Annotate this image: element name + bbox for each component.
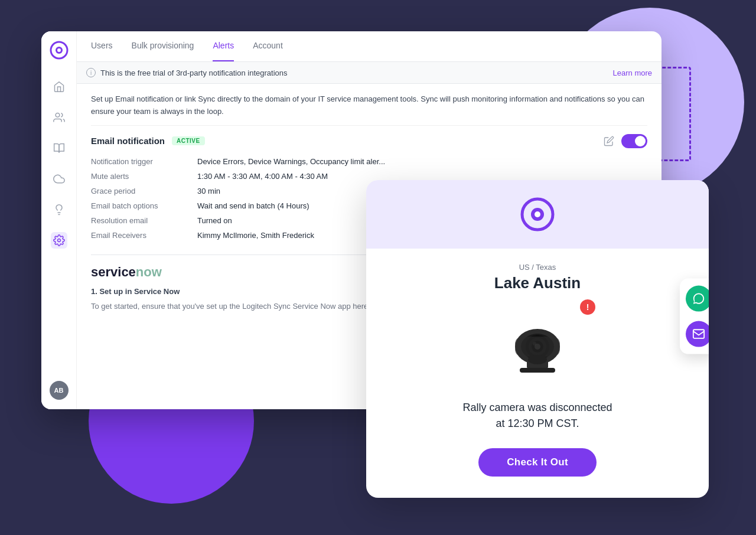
active-badge: ACTIVE <box>172 136 205 145</box>
camera-body: ! <box>484 304 591 383</box>
section-actions <box>604 134 647 148</box>
sidebar-item-home[interactable] <box>51 79 67 95</box>
tab-alerts[interactable]: Alerts <box>213 31 234 61</box>
sidebar-item-contacts[interactable] <box>51 109 67 126</box>
location-text: US / Texas <box>519 263 556 272</box>
tab-users[interactable]: Users <box>91 31 113 61</box>
sidebar-item-lightbulb[interactable] <box>51 201 67 218</box>
svg-rect-11 <box>520 368 555 373</box>
value-notification-trigger: Device Errors, Device Warnings, Occupanc… <box>197 154 647 169</box>
device-image-wrapper: ! <box>484 304 591 383</box>
learn-more-link[interactable]: Learn more <box>613 68 652 77</box>
notification-card: US / Texas Lake Austin <box>366 180 709 498</box>
email-section-title: Email notification <box>91 136 165 146</box>
svg-point-6 <box>57 239 60 242</box>
sidebar-logo[interactable] <box>50 41 69 60</box>
info-banner: i This is the free trial of 3rd-party no… <box>77 62 662 84</box>
info-icon: i <box>86 68 96 77</box>
svg-point-9 <box>535 211 540 217</box>
alert-badge: ! <box>580 299 595 315</box>
nav-tabs: Users Bulk provisioning Alerts Account <box>77 31 662 62</box>
info-banner-text: This is the free trial of 3rd-party noti… <box>100 68 287 77</box>
sidebar-item-cloud[interactable] <box>51 171 67 187</box>
label-notification-trigger: Notification trigger <box>91 154 197 169</box>
notification-logo <box>520 197 555 232</box>
description-text: Set up Email notification or link Sync d… <box>91 84 647 125</box>
check-it-out-button[interactable]: Check It Out <box>478 448 597 477</box>
chat-icon-button[interactable] <box>686 286 709 312</box>
table-row: Notification trigger Device Errors, Devi… <box>91 154 647 169</box>
svg-rect-21 <box>693 330 704 338</box>
room-name: Lake Austin <box>494 274 581 292</box>
email-section-header: Email notification ACTIVE <box>91 125 647 154</box>
sidebar-item-book[interactable] <box>51 140 67 156</box>
camera-svg <box>484 304 591 381</box>
side-icons-panel <box>680 279 709 354</box>
svg-point-2 <box>57 48 61 52</box>
label-grace-period: Grace period <box>91 184 197 198</box>
label-email-batch: Email batch options <box>91 198 197 213</box>
disconnect-message: Rally camera was disconnected at 12:30 P… <box>462 400 612 432</box>
edit-icon[interactable] <box>604 136 614 146</box>
user-avatar[interactable]: AB <box>50 381 69 400</box>
notification-card-header <box>366 180 709 249</box>
label-resolution-email: Resolution email <box>91 213 197 228</box>
svg-rect-19 <box>515 337 560 357</box>
sidebar: AB <box>41 31 77 409</box>
tab-account[interactable]: Account <box>253 31 283 61</box>
label-email-receivers: Email Receivers <box>91 228 197 243</box>
email-icon-button[interactable] <box>686 321 709 347</box>
sidebar-item-settings[interactable] <box>51 232 67 249</box>
email-toggle[interactable] <box>621 134 647 148</box>
label-mute-alerts: Mute alerts <box>91 169 197 184</box>
notification-card-body: US / Texas Lake Austin <box>366 249 709 498</box>
svg-point-3 <box>56 113 60 118</box>
svg-point-20 <box>528 355 547 364</box>
tab-bulk-provisioning[interactable]: Bulk provisioning <box>132 31 194 61</box>
